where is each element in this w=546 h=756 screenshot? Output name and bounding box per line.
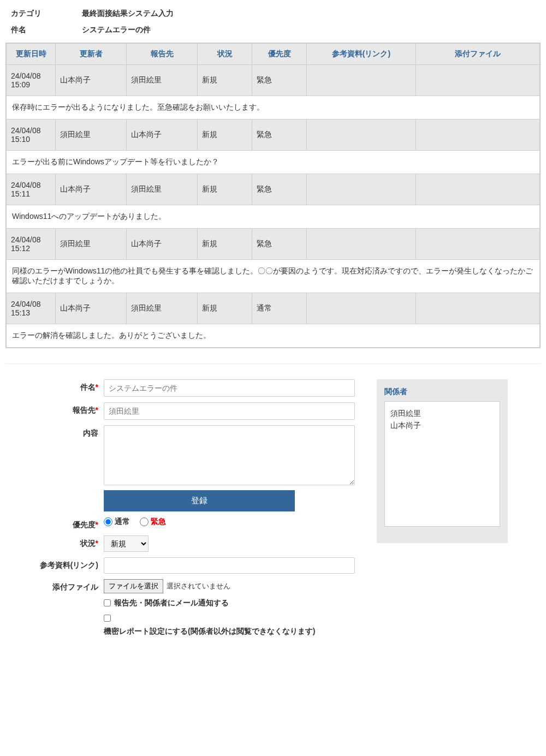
cell-report: 須田絵里	[127, 174, 198, 205]
message-cell: エラーの解消を確認しました。ありがとうございました。	[7, 324, 540, 348]
message-cell: Windows11へのアップデートがありました。	[7, 205, 540, 229]
attachment-field-label: 添付ファイル	[5, 579, 104, 592]
cell-attachment	[416, 174, 540, 205]
status-select[interactable]: 新規	[104, 535, 149, 552]
separator	[5, 364, 541, 364]
cell-date: 24/04/08 15:12	[7, 229, 56, 260]
message-row: エラーの解消を確認しました。ありがとうございました。	[7, 324, 540, 348]
status-field-label: 状況*	[5, 535, 104, 549]
related-member: 須田絵里	[390, 407, 494, 419]
cell-status: 新規	[198, 120, 252, 151]
related-member: 山本尚子	[390, 419, 494, 431]
col-attachment: 添付ファイル	[416, 44, 540, 65]
message-row: Windows11へのアップデートがありました。	[7, 205, 540, 229]
cell-report: 山本尚子	[127, 229, 198, 260]
cell-reference	[307, 293, 416, 324]
priority-normal-option[interactable]: 通常	[104, 517, 130, 527]
table-row: 24/04/08 15:10須田絵里山本尚子新規緊急	[7, 120, 540, 151]
col-report: 報告先	[127, 44, 198, 65]
priority-field-label: 優先度*	[5, 517, 104, 530]
message-cell: 同様のエラーがWindows11の他の社員でも発生する事を確認しました。〇〇が要…	[7, 260, 540, 293]
col-updater: 更新者	[56, 44, 127, 65]
file-select-button[interactable]: ファイルを選択	[104, 579, 163, 593]
related-title: 関係者	[384, 387, 500, 397]
header-category: カテゴリ 最終面接結果システム入力	[5, 5, 541, 22]
form-left: 件名* 報告先* 内容 登録 優先度* 通常 緊急 状況* 新	[5, 379, 355, 642]
cell-attachment	[416, 293, 540, 324]
header-subject: 件名 システムエラーの件	[5, 22, 541, 38]
confidential-checkbox[interactable]	[104, 615, 111, 622]
notify-label: 報告先・関係者にメール通知する	[114, 598, 229, 609]
cell-priority: 緊急	[252, 65, 307, 96]
category-label: カテゴリ	[11, 9, 82, 19]
cell-updater: 山本尚子	[56, 174, 127, 205]
submit-button[interactable]: 登録	[104, 490, 295, 511]
cell-updater: 須田絵里	[56, 229, 127, 260]
content-textarea[interactable]	[104, 425, 355, 485]
message-row: 同様のエラーがWindows11の他の社員でも発生する事を確認しました。〇〇が要…	[7, 260, 540, 293]
col-status: 状況	[198, 44, 252, 65]
cell-date: 24/04/08 15:09	[7, 65, 56, 96]
history-header-row: 更新日時 更新者 報告先 状況 優先度 参考資料(リンク) 添付ファイル	[7, 44, 540, 65]
reportto-field-label: 報告先*	[5, 402, 104, 415]
cell-reference	[307, 65, 416, 96]
cell-priority: 緊急	[252, 174, 307, 205]
col-reference: 参考資料(リンク)	[307, 44, 416, 65]
subject-label: 件名	[11, 25, 82, 35]
related-panel: 関係者 須田絵里山本尚子	[377, 379, 508, 543]
confidential-label: 機密レポート設定にする(関係者以外は閲覧できなくなります)	[104, 626, 355, 637]
cell-status: 新規	[198, 293, 252, 324]
history-table-container: 更新日時 更新者 報告先 状況 優先度 参考資料(リンク) 添付ファイル 24/…	[5, 43, 541, 348]
col-priority: 優先度	[252, 44, 307, 65]
cell-reference	[307, 174, 416, 205]
cell-attachment	[416, 120, 540, 151]
cell-updater: 山本尚子	[56, 293, 127, 324]
cell-reference	[307, 229, 416, 260]
cell-report: 山本尚子	[127, 120, 198, 151]
priority-normal-radio[interactable]	[104, 517, 112, 526]
cell-priority: 緊急	[252, 120, 307, 151]
cell-updater: 山本尚子	[56, 65, 127, 96]
cell-date: 24/04/08 15:13	[7, 293, 56, 324]
reference-field-label: 参考資料(リンク)	[5, 557, 104, 570]
subject-field-label: 件名*	[5, 379, 104, 392]
cell-priority: 通常	[252, 293, 307, 324]
cell-updater: 須田絵里	[56, 120, 127, 151]
cell-report: 須田絵里	[127, 65, 198, 96]
subject-input[interactable]	[104, 379, 355, 397]
cell-status: 新規	[198, 174, 252, 205]
message-row: エラーが出る前にWindowsアップデート等を行いましたか？	[7, 151, 540, 174]
table-row: 24/04/08 15:13山本尚子須田絵里新規通常	[7, 293, 540, 324]
table-row: 24/04/08 15:11山本尚子須田絵里新規緊急	[7, 174, 540, 205]
file-none-text: 選択されていません	[167, 582, 230, 590]
cell-date: 24/04/08 15:10	[7, 120, 56, 151]
form-wrap: 件名* 報告先* 内容 登録 優先度* 通常 緊急 状況* 新	[5, 379, 541, 642]
notify-checkbox[interactable]	[104, 599, 111, 606]
priority-urgent-radio[interactable]	[140, 517, 149, 526]
cell-status: 新規	[198, 229, 252, 260]
subject-value: システムエラーの件	[82, 25, 151, 35]
cell-priority: 緊急	[252, 229, 307, 260]
reportto-input[interactable]	[104, 402, 355, 420]
category-value: 最終面接結果システム入力	[82, 9, 174, 19]
reference-input[interactable]	[104, 557, 355, 574]
related-list: 須田絵里山本尚子	[384, 401, 500, 527]
table-row: 24/04/08 15:12須田絵里山本尚子新規緊急	[7, 229, 540, 260]
message-cell: エラーが出る前にWindowsアップデート等を行いましたか？	[7, 151, 540, 174]
cell-reference	[307, 120, 416, 151]
history-table: 更新日時 更新者 報告先 状況 優先度 参考資料(リンク) 添付ファイル 24/…	[6, 43, 540, 348]
priority-urgent-option[interactable]: 緊急	[140, 517, 166, 527]
cell-status: 新規	[198, 65, 252, 96]
table-row: 24/04/08 15:09山本尚子須田絵里新規緊急	[7, 65, 540, 96]
cell-attachment	[416, 65, 540, 96]
col-date: 更新日時	[7, 44, 56, 65]
content-field-label: 内容	[5, 425, 104, 438]
cell-report: 須田絵里	[127, 293, 198, 324]
cell-date: 24/04/08 15:11	[7, 174, 56, 205]
message-cell: 保存時にエラーが出るようになりました。至急確認をお願いいたします。	[7, 96, 540, 120]
message-row: 保存時にエラーが出るようになりました。至急確認をお願いいたします。	[7, 96, 540, 120]
cell-attachment	[416, 229, 540, 260]
